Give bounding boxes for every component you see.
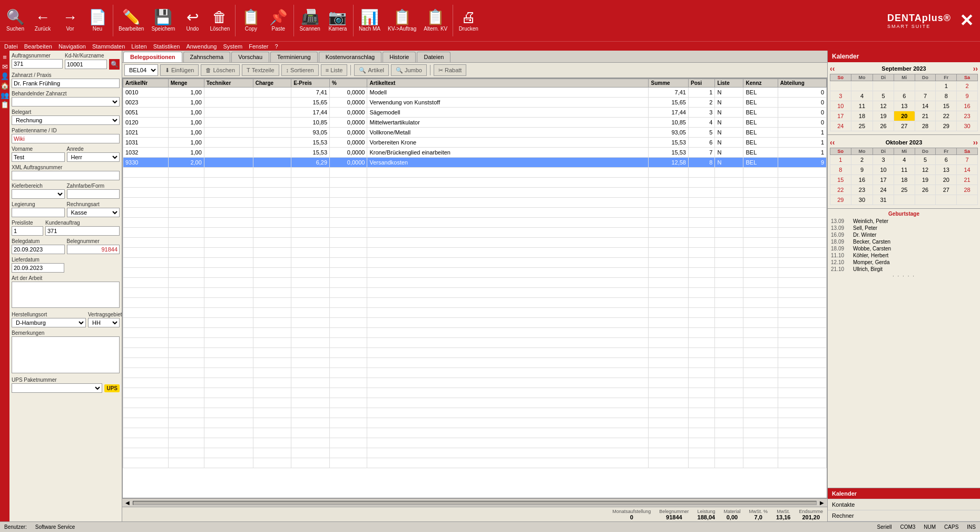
drucken-button[interactable]: 🖨 Drucken xyxy=(455,2,482,39)
calendar-day[interactable]: 12 xyxy=(915,165,936,175)
table-row[interactable]: 0120 1,00 10,85 0,0000 Mittelwertartikul… xyxy=(123,118,827,128)
xml-input[interactable] xyxy=(12,171,120,180)
menu-help[interactable]: ? xyxy=(275,43,278,50)
rabatt-button[interactable]: ✂ Rabatt xyxy=(434,64,466,76)
okt-next-btn[interactable]: ›› xyxy=(973,138,978,147)
calendar-day[interactable]: 23 xyxy=(957,111,978,121)
calendar-day[interactable]: 17 xyxy=(830,111,851,121)
calendar-day[interactable]: 9 xyxy=(957,91,978,101)
calendar-day[interactable]: 24 xyxy=(830,121,851,131)
calendar-day[interactable]: 12 xyxy=(873,101,894,111)
menu-statistiken[interactable]: Statistiken xyxy=(153,43,180,50)
vorname-input[interactable] xyxy=(12,152,65,162)
scannen-button[interactable]: 📠 Scannen xyxy=(296,2,323,39)
calendar-day[interactable]: 19 xyxy=(873,111,894,121)
calendar-day[interactable]: 3 xyxy=(830,91,851,101)
auftragsnummer-input[interactable]: 371 xyxy=(12,59,63,69)
loeschen-button[interactable]: 🗑 Löschen xyxy=(207,2,233,39)
sep-prev-btn[interactable]: ‹‹ xyxy=(830,64,835,73)
calendar-day[interactable]: 21 xyxy=(915,111,936,121)
okt-prev-btn[interactable]: ‹‹ xyxy=(830,138,835,147)
calendar-day[interactable]: 29 xyxy=(830,195,851,205)
sortieren-button[interactable]: ↕ Sortieren xyxy=(281,64,319,76)
calendar-day[interactable]: 20 xyxy=(936,175,957,185)
liste-button[interactable]: ≡ Liste xyxy=(321,64,348,76)
menu-datei[interactable]: Datei xyxy=(4,43,18,50)
vor-button[interactable]: → Vor xyxy=(57,2,83,39)
sep-next-btn[interactable]: ›› xyxy=(973,64,978,73)
sidebar-icon-home[interactable]: 🏠 xyxy=(1,81,9,90)
kdnr-search-button[interactable]: 🔍 xyxy=(109,59,120,70)
legierung-input[interactable] xyxy=(12,208,65,217)
calendar-day[interactable]: 30 xyxy=(851,195,873,205)
sidebar-icon-users[interactable]: 👥 xyxy=(1,91,9,99)
beleg-type-select[interactable]: BEL04 xyxy=(124,64,158,76)
textzeile-button[interactable]: T Textzeile xyxy=(242,64,279,76)
calendar-day[interactable]: 22 xyxy=(830,185,851,195)
suchen-button[interactable]: 🔍 Suchen xyxy=(2,2,28,39)
calendar-day[interactable]: 6 xyxy=(894,91,915,101)
menu-anwendung[interactable]: Anwendung xyxy=(186,43,217,50)
tab-belegpositionen[interactable]: Belegpositionen xyxy=(123,52,182,62)
calendar-day[interactable]: 21 xyxy=(957,175,978,185)
paste-button[interactable]: 📌 Paste xyxy=(265,2,291,39)
einfuegen-button[interactable]: ⬇ Einfügen xyxy=(160,64,199,76)
calendar-day[interactable]: 13 xyxy=(894,101,915,111)
kieferbereich-select[interactable] xyxy=(12,189,65,199)
table-row[interactable]: 1032 1,00 15,53 0,0000 Krone/Brückenglie… xyxy=(123,148,827,158)
herstellungsort-select[interactable]: D-Hamburg xyxy=(12,318,86,327)
tab-dateien[interactable]: Dateien xyxy=(417,52,450,62)
calendar-day[interactable]: 16 xyxy=(851,175,873,185)
tab-historie[interactable]: Historie xyxy=(383,52,416,62)
calendar-day[interactable]: 31 xyxy=(873,195,894,205)
menu-bearbeiten[interactable]: Bearbeiten xyxy=(24,43,52,50)
table-row[interactable]: 0051 1,00 17,44 0,0000 Sägemodell 17,44 … xyxy=(123,108,827,118)
scroll-right-arrow[interactable]: ▶ xyxy=(818,500,826,506)
undo-button[interactable]: ↩ Undo xyxy=(179,2,205,39)
calendar-day[interactable]: 14 xyxy=(915,101,936,111)
calendar-day[interactable]: 16 xyxy=(957,101,978,111)
calendar-day[interactable]: 18 xyxy=(894,175,915,185)
calendar-day[interactable]: 4 xyxy=(894,155,915,165)
tab-vorschau[interactable]: Vorschau xyxy=(231,52,269,62)
table-row[interactable]: 9330 2,00 6,29 0,0000 Versandkosten 12,5… xyxy=(123,158,827,168)
preisliste-input[interactable] xyxy=(12,226,43,236)
beleg-loeschen-button[interactable]: 🗑 Löschen xyxy=(201,64,240,76)
table-container[interactable]: ArtikelNr Menge Techniker Charge E-Preis… xyxy=(122,78,827,498)
calendar-day[interactable]: 23 xyxy=(851,185,873,195)
speichern-button[interactable]: 💾 Speichern xyxy=(148,2,178,39)
table-row[interactable]: 0010 1,00 7,41 0,0000 Modell 7,41 1 N BE… xyxy=(123,88,827,98)
kontakte-item[interactable]: Kontakte xyxy=(828,499,980,510)
table-row[interactable]: 1031 1,00 15,53 0,0000 Vorbereiten Krone… xyxy=(123,138,827,148)
sidebar-icon-list[interactable]: 📋 xyxy=(1,100,9,109)
zahnfarbe-input[interactable] xyxy=(67,189,120,199)
calendar-day[interactable]: 26 xyxy=(915,185,936,195)
sidebar-icon-menu[interactable]: ≡ xyxy=(1,53,9,61)
table-row[interactable]: 1021 1,00 93,05 0,0000 Vollkrone/Metall … xyxy=(123,128,827,138)
calendar-day[interactable]: 10 xyxy=(830,101,851,111)
calendar-day[interactable]: 9 xyxy=(851,165,873,175)
calendar-day[interactable]: 25 xyxy=(851,121,873,131)
calendar-day[interactable]: 8 xyxy=(936,91,957,101)
sidebar-icon-contacts[interactable]: 👤 xyxy=(1,72,9,80)
calendar-day[interactable]: 19 xyxy=(915,175,936,185)
calendar-day[interactable]: 7 xyxy=(915,91,936,101)
scroll-track[interactable] xyxy=(133,501,817,505)
menu-listen[interactable]: Listen xyxy=(131,43,146,50)
tab-zahnschema[interactable]: Zahnschema xyxy=(183,52,231,62)
patientenname-input[interactable] xyxy=(12,134,120,143)
calendar-day[interactable]: 4 xyxy=(851,91,873,101)
table-row[interactable]: 0023 1,00 15,65 0,0000 Verwendung von Ku… xyxy=(123,98,827,108)
calendar-day[interactable]: 17 xyxy=(873,175,894,185)
kundenauftrag-input[interactable] xyxy=(45,226,120,236)
calendar-day[interactable]: 10 xyxy=(873,165,894,175)
calendar-day[interactable]: 20 xyxy=(894,111,915,121)
zahnarzt-input[interactable] xyxy=(12,79,120,88)
calendar-day[interactable]: 18 xyxy=(851,111,873,121)
rechnungsart-select[interactable]: Kasse xyxy=(67,208,120,217)
menu-fenster[interactable]: Fenster xyxy=(249,43,268,50)
calendar-day[interactable]: 15 xyxy=(936,101,957,111)
calendar-day[interactable]: 3 xyxy=(873,155,894,165)
calendar-day[interactable]: 7 xyxy=(957,155,978,165)
tab-kostenvoranschlag[interactable]: Kostenvoranschlag xyxy=(319,52,382,62)
